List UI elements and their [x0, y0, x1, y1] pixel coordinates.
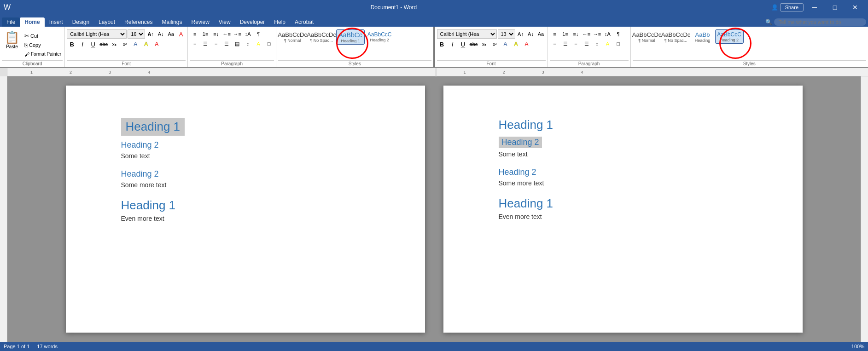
share-button[interactable]: Share	[780, 3, 804, 12]
doc-right-text-b: Some more text	[499, 179, 544, 187]
tab-help[interactable]: Help	[269, 17, 290, 27]
line-spacing-button-right[interactable]: ↕	[592, 39, 602, 48]
subscript-button[interactable]: x₂	[109, 40, 119, 49]
font-size-select-right[interactable]: 13	[498, 29, 515, 39]
ribbon-section-styles-left: AaBbCcDc ¶ Normal AaBbCcDc ¶ No Spac... …	[276, 27, 433, 67]
text-effects-button[interactable]: A	[130, 40, 140, 49]
font-family-select-right[interactable]: Calibri Light (Hea	[437, 29, 497, 39]
font-color-button[interactable]: A	[151, 40, 162, 49]
style-nospace-left[interactable]: AaBbCcDc ¶ No Spac...	[307, 29, 336, 44]
font-color-button-right[interactable]: A	[522, 40, 532, 49]
text-highlight-button[interactable]: A	[141, 40, 151, 49]
bold-button-right[interactable]: B	[437, 40, 447, 49]
increase-indent-button-right[interactable]: →≡	[592, 29, 602, 39]
strikethrough-button-right[interactable]: abc	[469, 40, 479, 49]
style-normal-right[interactable]: AaBbCcDc ¶ Normal	[633, 29, 661, 44]
decrease-font-button-right[interactable]: A↓	[526, 29, 536, 39]
align-left-button[interactable]: ≡	[190, 39, 200, 48]
tab-view[interactable]: View	[214, 17, 235, 27]
tab-developer[interactable]: Developer	[235, 17, 270, 27]
tab-acrobat[interactable]: Acrobat	[290, 17, 318, 27]
multilevel-list-button-right[interactable]: ≡↓	[571, 29, 581, 39]
bullets-button-right[interactable]: ≡	[550, 29, 560, 39]
ruler: 1 2 3 4 1 2 3 4	[0, 68, 868, 76]
numbering-button[interactable]: 1≡	[200, 29, 210, 39]
justify-button[interactable]: ☰	[221, 39, 232, 48]
show-hide-button-right[interactable]: ¶	[613, 29, 623, 39]
border-button[interactable]: □	[264, 39, 274, 48]
style-nospace-right[interactable]: AaBbCcDc ¶ No Spac...	[662, 29, 690, 44]
bullets-button[interactable]: ≡	[190, 29, 200, 39]
bold-button[interactable]: B	[67, 40, 77, 49]
style-heading2-right[interactable]: AaBbCcC Heading 2	[715, 29, 744, 44]
align-right-button-right[interactable]: ≡	[571, 39, 581, 48]
style-heading2-left[interactable]: AaBbCcC Heading 2	[365, 29, 394, 44]
change-case-button-right[interactable]: Aa	[536, 29, 546, 39]
decrease-indent-button[interactable]: ←≡	[221, 29, 232, 39]
doc-left-text-c: Even more text	[121, 215, 164, 222]
underline-button-right[interactable]: U	[458, 40, 468, 49]
numbering-button-right[interactable]: 1≡	[560, 29, 571, 39]
change-case-button[interactable]: Aa	[166, 29, 175, 39]
decrease-indent-button-right[interactable]: ←≡	[582, 29, 592, 39]
border-button-right[interactable]: □	[613, 39, 623, 48]
cut-button[interactable]: ✂ Cut	[23, 31, 63, 40]
superscript-button[interactable]: x²	[120, 40, 130, 49]
shading-button-right[interactable]: A	[603, 39, 613, 48]
tab-home[interactable]: Home	[20, 17, 44, 27]
ribbon-section-font: Calibri Light (Hea 16 A↑ A↓ Aa A B I U	[65, 27, 188, 67]
superscript-button-right[interactable]: x²	[490, 40, 500, 49]
align-center-button[interactable]: ☰	[200, 39, 210, 48]
vertical-ruler-left	[0, 76, 7, 342]
minimize-button[interactable]: ─	[805, 0, 824, 15]
tab-mailings[interactable]: Mailings	[157, 17, 186, 27]
tab-review[interactable]: Review	[186, 17, 214, 27]
shading-button[interactable]: A	[253, 39, 263, 48]
doc-left-heading2-b: Heading 2	[121, 169, 159, 178]
style-heading1-left[interactable]: AaBbCc Heading 1	[336, 29, 365, 45]
underline-button[interactable]: U	[88, 40, 98, 49]
doc-right-heading2-b: Heading 2	[499, 167, 536, 177]
font-size-select[interactable]: 16	[128, 29, 145, 39]
font-family-select[interactable]: Calibri Light (Hea	[67, 29, 127, 39]
paste-button[interactable]: 📋 Paste	[2, 29, 22, 51]
style-heading1-right[interactable]: AaBb Heading	[691, 29, 715, 44]
tab-insert[interactable]: Insert	[45, 17, 68, 27]
multilevel-list-button[interactable]: ≡↓	[211, 29, 221, 39]
tab-layout[interactable]: Layout	[94, 17, 120, 27]
tell-me-input[interactable]	[774, 18, 866, 26]
columns-button[interactable]: ▤	[232, 39, 242, 48]
clear-format-button[interactable]: A	[176, 29, 186, 39]
increase-font-button-right[interactable]: A↑	[516, 29, 525, 39]
tab-references[interactable]: References	[120, 17, 157, 27]
line-spacing-button[interactable]: ↕	[243, 39, 253, 48]
align-right-button[interactable]: ≡	[211, 39, 221, 48]
tab-design[interactable]: Design	[68, 17, 94, 27]
justify-button-right[interactable]: ☰	[582, 39, 592, 48]
format-painter-button[interactable]: 🖌 Format Painter	[23, 50, 63, 58]
increase-indent-button[interactable]: →≡	[232, 29, 242, 39]
copy-button[interactable]: ⎘ Copy	[23, 40, 63, 49]
strikethrough-button[interactable]: abc	[99, 40, 109, 49]
subscript-button-right[interactable]: x₂	[479, 40, 489, 49]
show-hide-button[interactable]: ¶	[253, 29, 263, 39]
align-center-button-right[interactable]: ☰	[560, 39, 571, 48]
increase-font-button[interactable]: A↑	[146, 29, 155, 39]
status-bar: Page 1 of 1 17 words 100%	[0, 342, 868, 351]
text-highlight-button-right[interactable]: A	[511, 40, 521, 49]
maximize-button[interactable]: □	[826, 0, 844, 15]
italic-button-right[interactable]: I	[448, 40, 458, 49]
sort-button-right[interactable]: ↕A	[603, 29, 613, 39]
close-button[interactable]: ✕	[846, 0, 864, 15]
align-left-button-right[interactable]: ≡	[550, 39, 560, 48]
italic-button[interactable]: I	[77, 40, 87, 49]
tab-file[interactable]: File	[2, 17, 20, 27]
app-title: Document1 - Word	[16, 4, 771, 11]
sort-button[interactable]: ↕A	[243, 29, 253, 39]
paragraph-label: Paragraph	[190, 60, 274, 66]
decrease-font-button[interactable]: A↓	[156, 29, 165, 39]
doc-right-heading2-selected: Heading 2	[499, 137, 542, 148]
text-effects-button-right[interactable]: A	[501, 40, 511, 49]
zoom-control[interactable]: 100%	[851, 344, 864, 349]
style-normal-left[interactable]: AaBbCcDc ¶ Normal	[278, 29, 307, 44]
